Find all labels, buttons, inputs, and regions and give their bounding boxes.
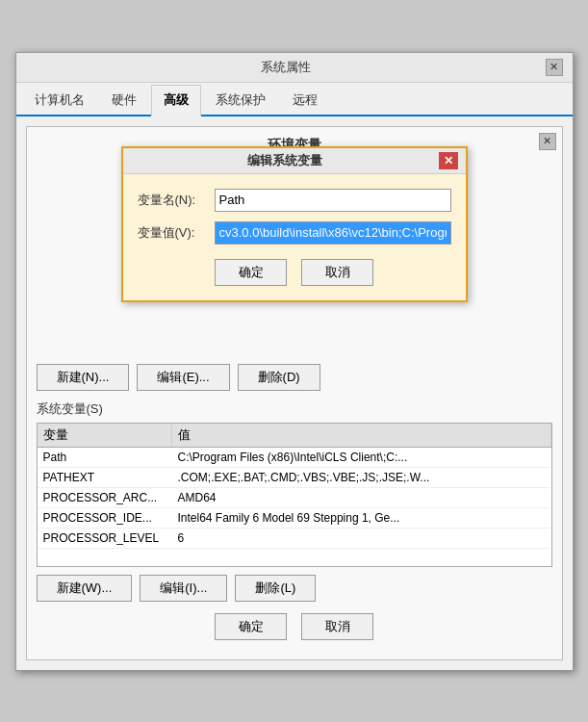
main-window: 系统属性 ✕ 计算机名 硬件 高级 系统保护 远程 ✕ 环境变量 编辑系统变量 … [15,52,574,671]
main-content: ✕ 环境变量 编辑系统变量 ✕ 变量名(N): [16,116,573,670]
tab-hardware[interactable]: 硬件 [99,85,149,116]
dialog-close-button[interactable]: ✕ [439,152,458,169]
tab-protection[interactable]: 系统保护 [203,85,278,116]
main-window-title: 系统属性 [26,59,546,76]
var-value-label: 变量值(V): [138,224,215,242]
env-panel: ✕ 环境变量 编辑系统变量 ✕ 变量名(N): [26,126,563,660]
var-name-row: 变量名(N): [138,189,451,212]
dialog-title-bar: 编辑系统变量 ✕ [123,148,466,174]
tab-advanced[interactable]: 高级 [151,85,201,116]
var-name-label: 变量名(N): [138,192,215,209]
tab-remote[interactable]: 远程 [280,85,330,116]
main-close-button[interactable]: ✕ [546,59,563,76]
title-bar: 系统属性 ✕ [16,53,573,83]
var-value-row: 变量值(V): [138,221,451,245]
tabs-bar: 计算机名 硬件 高级 系统保护 远程 [16,83,573,116]
edit-dialog: 编辑系统变量 ✕ 变量名(N): 变量值(V): [121,146,468,302]
dialog-overlay: 编辑系统变量 ✕ 变量名(N): 变量值(V): [27,127,562,659]
dialog-cancel-button[interactable]: 取消 [301,259,373,286]
dialog-ok-button[interactable]: 确定 [215,259,287,286]
dialog-buttons: 确定 取消 [138,259,451,286]
tab-computer[interactable]: 计算机名 [22,85,97,116]
var-name-input[interactable] [215,189,451,212]
var-value-input[interactable] [215,221,451,245]
dialog-title: 编辑系统变量 [131,152,439,169]
